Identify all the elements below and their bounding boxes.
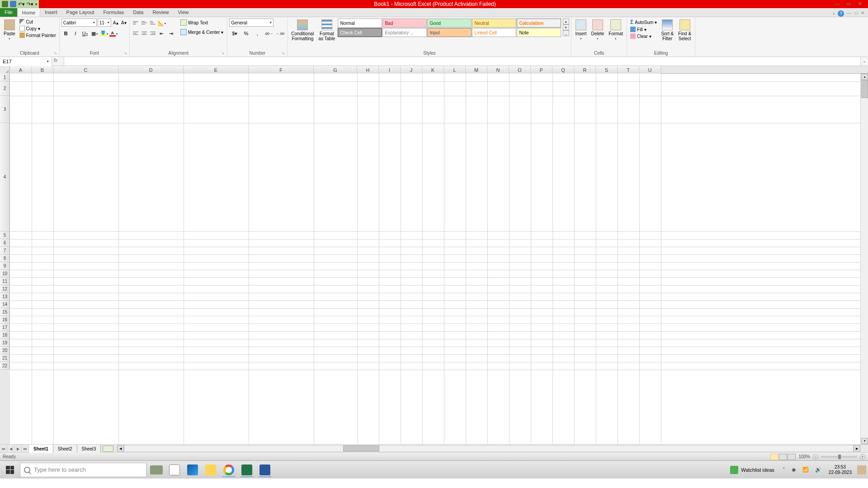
col-header-U[interactable]: U [639,66,661,74]
style-input[interactable]: Input [427,28,472,37]
delete-cells-button[interactable]: Delete ▾ [589,19,606,50]
sort-filter-button[interactable]: Sort & Filter [659,19,675,50]
cells-area[interactable] [10,74,860,444]
font-color-button[interactable]: A▾ [109,29,118,38]
name-box[interactable]: E17▾ [0,57,52,66]
fill-color-button[interactable]: 🪣▾ [99,29,108,38]
tab-review[interactable]: Review [148,8,173,17]
help-icon[interactable]: ? [838,10,844,17]
autosum-button[interactable]: ΣAutoSum ▾ [629,19,658,26]
col-header-T[interactable]: T [618,66,639,74]
align-left-button[interactable] [132,29,140,37]
increase-font-button[interactable]: A▴ [112,19,119,26]
select-all-button[interactable] [0,66,10,74]
style-neutral[interactable]: Neutral [472,19,516,28]
cortana-button[interactable] [148,463,165,477]
sheet-tab-2[interactable]: Sheet2 [53,445,77,453]
comma-button[interactable]: , [252,29,263,38]
taskbar-excel[interactable] [239,463,255,477]
minimize-button[interactable]: — [835,1,841,7]
row-header-14[interactable]: 14 [0,300,10,308]
increase-indent-button[interactable]: ⇥ [167,29,176,38]
accounting-button[interactable]: $▾ [229,29,240,38]
row-header-22[interactable]: 22 [0,362,10,370]
col-header-L[interactable]: L [444,66,466,74]
ribbon-window-close-icon[interactable]: ✕ [861,10,864,17]
vscroll-thumb[interactable] [861,80,868,98]
col-header-A[interactable]: A [10,66,32,74]
style-normal[interactable]: Normal [338,19,382,28]
merge-center-button[interactable]: Merge & Center ▾ [179,28,226,36]
style-note[interactable]: Note [517,28,561,37]
notifications-button[interactable] [857,465,866,474]
tab-file[interactable]: File [0,8,17,17]
tray-wifi-icon[interactable]: 📶 [801,467,811,473]
align-bottom-button[interactable] [149,19,157,27]
align-right-button[interactable] [149,29,157,37]
row-header-10[interactable]: 10 [0,270,10,277]
task-view-button[interactable] [166,463,183,477]
hscroll-right[interactable]: ▶ [854,445,860,452]
row-header-8[interactable]: 8 [0,254,10,262]
row-header-9[interactable]: 9 [0,262,10,270]
view-normal[interactable] [770,454,778,460]
style-calculation[interactable]: Calculation [517,19,561,28]
col-header-K[interactable]: K [422,66,444,74]
formula-expand[interactable]: ⌄ [860,57,868,66]
zoom-slider[interactable] [821,456,857,458]
zoom-thumb[interactable] [838,455,841,459]
insert-cells-button[interactable]: Insert ▾ [573,19,588,50]
row-header-7[interactable]: 7 [0,247,10,254]
sheet-tab-1[interactable]: Sheet1 [29,445,53,453]
col-header-F[interactable]: F [249,66,314,74]
number-launcher[interactable]: ↘ [282,51,286,56]
sheet-nav-last[interactable]: ⏭ [22,445,29,453]
paste-button[interactable]: Paste ▾ [2,19,17,50]
row-header-4[interactable]: 4 [0,123,10,231]
tray-show-hidden[interactable]: ˄ [781,467,787,473]
format-as-table-button[interactable]: Format as Table [316,19,337,50]
clipboard-launcher[interactable]: ↘ [54,51,58,56]
tab-home[interactable]: Home [17,8,40,17]
underline-button[interactable]: U▾ [80,29,90,38]
row-header-5[interactable]: 5 [0,231,10,239]
formula-input[interactable] [64,57,860,66]
align-center-button[interactable] [140,29,148,37]
row-header-20[interactable]: 20 [0,347,10,354]
start-button[interactable] [2,463,18,477]
sheet-nav-prev[interactable]: ◀ [7,445,14,453]
tray-location-icon[interactable]: ◉ [790,467,798,473]
font-size-select[interactable]: 11▾ [98,19,111,27]
row-header-21[interactable]: 21 [0,354,10,362]
view-page-break[interactable] [788,454,796,460]
styles-scroll-up[interactable]: ▴ [563,19,569,24]
vscroll-down[interactable]: ▾ [861,438,868,444]
tab-page-layout[interactable]: Page Layout [62,8,99,17]
align-top-button[interactable] [132,19,140,27]
col-header-M[interactable]: M [466,66,487,74]
row-header-6[interactable]: 6 [0,239,10,247]
row-header-15[interactable]: 15 [0,308,10,316]
style-check-cell[interactable]: Check Cell [338,28,382,37]
align-middle-button[interactable] [140,19,148,27]
col-header-G[interactable]: G [314,66,357,74]
font-name-select[interactable]: Calibri▾ [61,19,97,27]
border-button[interactable]: ▦▾ [90,29,99,38]
font-launcher[interactable]: ↘ [124,51,128,56]
wrap-text-button[interactable]: Wrap Text [179,19,226,27]
styles-more[interactable]: ⎯ [563,30,569,36]
row-header-13[interactable]: 13 [0,293,10,300]
style-explanatory[interactable]: Explanatory ... [382,28,427,37]
row-header-11[interactable]: 11 [0,277,10,285]
redo-button[interactable]: ↷▾ [27,1,33,7]
row-header-2[interactable]: 2 [0,81,10,96]
minimize-ribbon-icon[interactable]: ▵ [833,10,835,17]
tab-formulas[interactable]: Formulas [99,8,128,17]
taskbar-chrome[interactable] [221,463,237,477]
hscroll-thumb[interactable] [343,446,379,451]
col-header-Q[interactable]: Q [552,66,574,74]
fx-button[interactable]: fx [54,58,62,65]
tray-volume-icon[interactable]: 🔊 [813,467,823,473]
sheet-tab-3[interactable]: Sheet3 [77,445,101,453]
undo-button[interactable]: ↶▾ [18,1,25,7]
